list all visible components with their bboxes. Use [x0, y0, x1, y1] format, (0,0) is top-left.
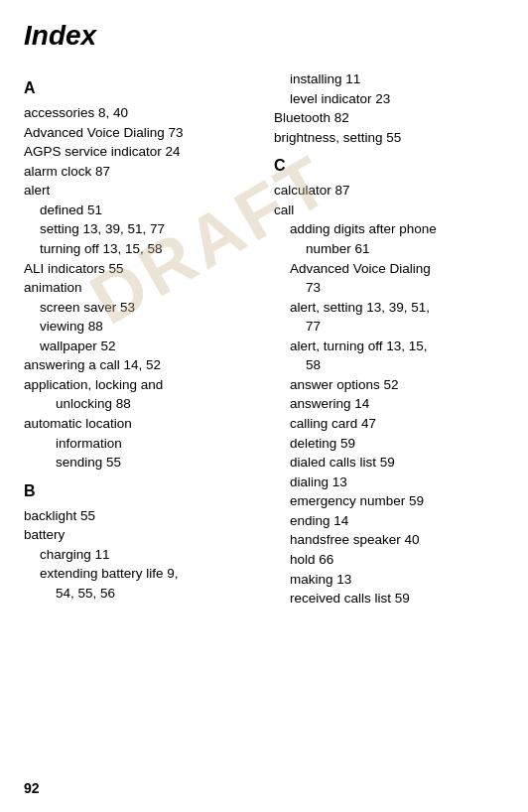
index-entry: received calls list 59	[274, 589, 504, 609]
index-entry: calculator 87	[274, 181, 504, 201]
page-title: Index	[24, 20, 504, 52]
index-entry: backlight 55	[24, 506, 254, 526]
index-entry: Bluetooth 82	[274, 108, 504, 128]
index-entry: emergency number 59	[274, 491, 504, 511]
index-entry: screen saver 53	[24, 298, 254, 318]
index-entry: adding digits after phone	[274, 219, 504, 239]
section-letter-c: C	[274, 157, 504, 175]
page-container: DRAFT Index Aaccessories 8, 40Advanced V…	[0, 0, 528, 812]
index-entry: dialing 13	[274, 473, 504, 492]
main-content: Aaccessories 8, 40Advanced Voice Dialing…	[24, 69, 504, 609]
index-entry: answering 14	[274, 394, 504, 414]
section-letter-a: A	[24, 79, 254, 97]
index-entry: automatic location	[24, 414, 254, 434]
index-entry: hold 66	[274, 550, 504, 570]
index-entry: call	[274, 201, 504, 220]
index-entry: installing 11	[274, 69, 504, 89]
index-entry: battery	[24, 525, 254, 545]
index-entry: number 61	[274, 239, 504, 259]
index-entry: answer options 52	[274, 375, 504, 395]
index-entry: brightness, setting 55	[274, 128, 504, 148]
index-entry: dialed calls list 59	[274, 453, 504, 473]
index-entry: application, locking and	[24, 375, 254, 395]
index-entry: Advanced Voice Dialing	[274, 259, 504, 279]
index-entry: accessories 8, 40	[24, 103, 254, 123]
index-entry: 54, 55, 56	[24, 584, 254, 604]
index-entry: calling card 47	[274, 414, 504, 434]
index-entry: wallpaper 52	[24, 337, 254, 356]
index-entry: alert	[24, 181, 254, 201]
index-entry: 77	[274, 317, 504, 337]
index-entry: setting 13, 39, 51, 77	[24, 219, 254, 239]
left-column: Aaccessories 8, 40Advanced Voice Dialing…	[24, 69, 254, 609]
index-entry: ending 14	[274, 511, 504, 531]
index-entry: making 13	[274, 570, 504, 590]
index-entry: unlocking 88	[24, 394, 254, 414]
index-entry: alert, turning off 13, 15,	[274, 337, 504, 356]
page-number: 92	[24, 780, 40, 796]
index-entry: alert, setting 13, 39, 51,	[274, 298, 504, 318]
index-entry: Advanced Voice Dialing 73	[24, 123, 254, 143]
index-entry: ALI indicators 55	[24, 259, 254, 279]
index-entry: charging 11	[24, 545, 254, 565]
index-entry: 73	[274, 278, 504, 298]
right-column: installing 11level indicator 23Bluetooth…	[274, 69, 504, 609]
index-entry: answering a call 14, 52	[24, 355, 254, 375]
index-entry: viewing 88	[24, 317, 254, 337]
section-letter-b: B	[24, 482, 254, 500]
index-entry: animation	[24, 278, 254, 298]
index-entry: defined 51	[24, 201, 254, 220]
index-entry: level indicator 23	[274, 89, 504, 109]
index-entry: alarm clock 87	[24, 162, 254, 182]
index-entry: turning off 13, 15, 58	[24, 239, 254, 259]
index-entry: AGPS service indicator 24	[24, 142, 254, 162]
index-entry: information	[24, 434, 254, 454]
index-entry: extending battery life 9,	[24, 564, 254, 584]
index-entry: sending 55	[24, 453, 254, 473]
index-entry: 58	[274, 355, 504, 375]
index-entry: deleting 59	[274, 434, 504, 454]
index-entry: handsfree speaker 40	[274, 530, 504, 550]
